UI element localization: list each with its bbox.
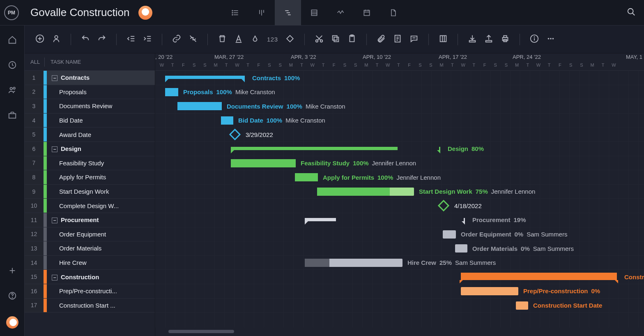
task-bar[interactable] — [221, 116, 233, 125]
task-row[interactable]: 8Apply for Permits — [25, 170, 155, 185]
gantt-row[interactable]: Apply for Permits 100% Jennifer Lennon — [155, 170, 644, 185]
print-icon[interactable] — [501, 34, 510, 44]
task-row[interactable]: 7Feasibility Study — [25, 156, 155, 171]
collapse-toggle-icon[interactable]: − — [52, 75, 58, 81]
gantt-chart[interactable]: , 20 '22MAR, 27 '22APR, 3 '22APR, 10 '22… — [155, 53, 644, 336]
summary-bar[interactable] — [165, 76, 245, 79]
indent-icon[interactable] — [143, 34, 152, 44]
list-view-button[interactable] — [222, 0, 248, 25]
column-header-all[interactable]: ALL — [29, 59, 44, 65]
gantt-row[interactable]: 4/18/2022 — [155, 199, 644, 213]
task-bar[interactable] — [177, 102, 222, 110]
task-row[interactable]: 1−Contracts — [25, 71, 155, 85]
task-bar[interactable] — [317, 188, 414, 196]
comment-icon[interactable] — [409, 34, 419, 44]
status-view-button[interactable] — [327, 0, 354, 25]
task-row[interactable]: 5Award Date — [25, 127, 155, 142]
gantt-row[interactable]: Construction 0% — [155, 270, 644, 284]
task-bar[interactable] — [461, 287, 518, 295]
recent-icon[interactable] — [8, 60, 17, 71]
task-row[interactable]: 6−Design — [25, 142, 155, 156]
gantt-row[interactable]: Procurement 19% — [155, 213, 644, 227]
gantt-row[interactable]: Order Equipment 0% Sam Summers — [155, 227, 644, 242]
collapse-toggle-icon[interactable]: − — [52, 146, 58, 152]
summary-bar[interactable] — [305, 218, 465, 221]
export-icon[interactable] — [484, 34, 493, 44]
undo-icon[interactable] — [81, 34, 90, 44]
team-icon[interactable] — [8, 86, 17, 96]
portfolio-icon[interactable] — [8, 111, 17, 121]
task-row[interactable]: 9Start Design Work — [25, 185, 155, 199]
task-bar[interactable] — [231, 159, 296, 167]
attachment-icon[interactable] — [377, 34, 386, 44]
summary-bar[interactable] — [461, 273, 617, 280]
task-row[interactable]: 3Documents Review — [25, 99, 155, 114]
task-row[interactable]: 2Proposals — [25, 85, 155, 100]
gantt-row[interactable]: Documents Review 100% Mike Cranston — [155, 99, 644, 114]
assign-icon[interactable] — [52, 34, 61, 44]
project-title[interactable]: Govalle Construction — [30, 6, 129, 19]
task-row[interactable]: 16Prep/Pre-constructi... — [25, 284, 155, 299]
task-row[interactable]: 11−Procurement — [25, 213, 155, 227]
milestone-diamond[interactable] — [438, 200, 449, 211]
task-row[interactable]: 13Order Materials — [25, 241, 155, 256]
delete-icon[interactable] — [218, 34, 227, 44]
info-icon[interactable] — [530, 34, 539, 44]
columns-icon[interactable] — [439, 34, 448, 44]
task-bar[interactable] — [295, 173, 318, 181]
text-style-icon[interactable] — [234, 34, 243, 44]
gantt-view-button[interactable] — [275, 0, 301, 25]
number-format-label[interactable]: 123 — [267, 36, 278, 43]
unlink-icon[interactable] — [189, 34, 198, 44]
gantt-row[interactable]: Order Materials 0% Sam Summers — [155, 241, 644, 256]
task-row[interactable]: 17Construction Start ... — [25, 299, 155, 313]
task-row[interactable]: 10Complete Design W... — [25, 199, 155, 213]
gantt-row[interactable]: Proposals 100% Mike Cranston — [155, 85, 644, 100]
project-owner-avatar[interactable] — [138, 6, 152, 20]
task-bar[interactable] — [455, 244, 467, 253]
task-bar[interactable] — [305, 259, 402, 267]
link-icon[interactable] — [172, 34, 181, 44]
calendar-view-button[interactable] — [354, 0, 380, 25]
doc-view-button[interactable] — [380, 0, 406, 25]
gantt-row[interactable]: Construction Start Date — [155, 299, 644, 313]
collapse-toggle-icon[interactable]: − — [52, 218, 58, 223]
task-bar[interactable] — [516, 301, 528, 310]
priority-icon[interactable] — [285, 34, 294, 44]
add-icon[interactable] — [8, 266, 17, 276]
help-icon[interactable] — [8, 291, 17, 301]
notes-icon[interactable] — [393, 34, 402, 44]
task-row[interactable]: 14Hire Crew — [25, 256, 155, 270]
user-avatar[interactable] — [6, 316, 18, 329]
gantt-row[interactable]: Design 80% — [155, 142, 644, 156]
gantt-row[interactable]: 3/29/2022 — [155, 127, 644, 142]
paste-icon[interactable] — [347, 34, 356, 44]
scrollbar-thumb[interactable] — [168, 330, 234, 333]
gantt-row[interactable]: Prep/Pre-construction 0% — [155, 284, 644, 299]
collapse-toggle-icon[interactable]: − — [52, 275, 58, 280]
gantt-row[interactable]: Bid Date 100% Mike Cranston — [155, 114, 644, 128]
task-bar[interactable] — [165, 88, 178, 96]
sheet-view-button[interactable] — [301, 0, 327, 25]
board-view-button[interactable] — [248, 0, 275, 25]
copy-icon[interactable] — [331, 34, 340, 44]
gantt-row[interactable]: Start Design Work 75% Jennifer Lennon — [155, 185, 644, 199]
outdent-icon[interactable] — [126, 34, 136, 44]
cut-icon[interactable] — [315, 34, 324, 44]
gantt-row[interactable]: Hire Crew 25% Sam Summers — [155, 256, 644, 270]
task-row[interactable]: 12Order Equipment — [25, 227, 155, 242]
task-row[interactable]: 4Bid Date — [25, 114, 155, 128]
redo-icon[interactable] — [97, 34, 106, 44]
task-row[interactable]: 15−Construction — [25, 270, 155, 284]
gantt-row[interactable]: Feasibility Study 100% Jennifer Lennon — [155, 156, 644, 171]
horizontal-scrollbar[interactable] — [155, 329, 644, 334]
app-logo[interactable]: PM — [4, 5, 19, 20]
summary-bar[interactable] — [231, 147, 440, 150]
milestone-diamond[interactable] — [229, 129, 241, 140]
gantt-row[interactable]: Contracts 100% — [155, 71, 644, 85]
home-icon[interactable] — [8, 35, 17, 46]
add-task-icon[interactable] — [35, 34, 44, 44]
import-icon[interactable] — [468, 34, 477, 44]
task-bar[interactable] — [443, 230, 456, 239]
column-header-taskname[interactable]: TASK NAME — [51, 59, 81, 65]
